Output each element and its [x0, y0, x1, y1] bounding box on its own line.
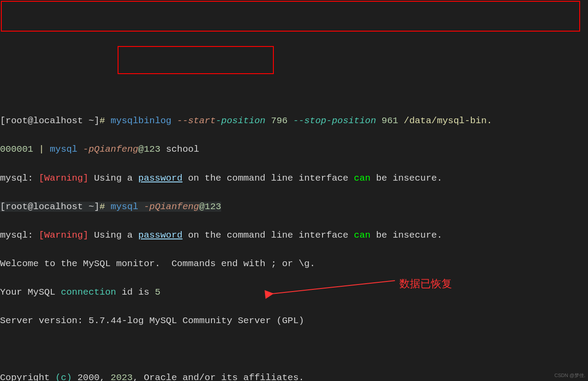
- db-name: school: [166, 144, 199, 154]
- prompt-hash: #: [100, 116, 105, 126]
- warn2-insecure: insecure.: [393, 230, 442, 240]
- connection-word: connection: [61, 287, 116, 297]
- annotation-text: 数据已恢复: [399, 275, 452, 292]
- warning-line-1: mysql: [Warning] Using a password on the…: [0, 171, 588, 186]
- server-version-line: Server version: 5.7.44-log MySQL Communi…: [0, 314, 588, 328]
- password-opt: -pQianfeng: [83, 144, 138, 154]
- w2a: Your MySQL: [0, 287, 61, 297]
- warn2-text-2: on the command line interface: [183, 230, 354, 240]
- can-word-2: can: [354, 230, 371, 240]
- warn-text-2: on the command line interface: [183, 173, 354, 183]
- command-line-2: [root@localhost ~]# mysql -pQianfeng@123: [0, 200, 588, 214]
- at-123: @123: [138, 144, 160, 154]
- mysql-cmd: mysql: [50, 144, 77, 154]
- start-opt: --start: [177, 116, 215, 126]
- warn-prefix: mysql:: [0, 173, 39, 183]
- mysql-cmd-2: mysql: [111, 202, 138, 212]
- password-word: password: [138, 173, 183, 183]
- pipe-symbol: |: [39, 144, 44, 154]
- warn-insecure: insecure.: [393, 173, 442, 183]
- warn2-text-1: Using a: [89, 230, 138, 240]
- warning-line-2: mysql: [Warning] Using a password on the…: [0, 228, 588, 243]
- warn2-prefix: mysql:: [0, 230, 39, 240]
- w2c: id is: [116, 287, 155, 297]
- mysqlbinlog-cmd: mysqlbinlog: [111, 116, 172, 126]
- password-word-2: password: [138, 230, 183, 240]
- warn2-be: be: [370, 230, 392, 240]
- cr-e: , Oracle and/or its affiliates.: [133, 373, 304, 381]
- prompt-user-host-2: [root@localhost ~]: [0, 202, 100, 212]
- binlog-path: /data/mysql-bin.: [404, 116, 492, 126]
- svg-line-1: [272, 281, 395, 294]
- at-123-2: @123: [199, 202, 221, 212]
- welcome-line-1: Welcome to the MySQL monitor. Commands e…: [0, 257, 588, 271]
- copyright-line: Copyright (c) 2000, 2023, Oracle and/or …: [0, 371, 588, 381]
- prompt-user-host: [root@localhost ~]: [0, 116, 100, 126]
- warning-tag-2: [Warning]: [39, 230, 88, 240]
- warn-text-1: Using a: [89, 173, 138, 183]
- terminal-content[interactable]: [root@localhost ~]# mysqlbinlog --start-…: [0, 100, 588, 381]
- highlight-box-1: [1, 1, 580, 32]
- warn-be: be: [370, 173, 392, 183]
- command-line-1b: 000001 | mysql -pQianfeng@123 school: [0, 142, 588, 157]
- connection-id: 5: [155, 287, 161, 297]
- watermark: CSDN @梦佳.: [555, 372, 585, 379]
- can-word: can: [354, 173, 371, 183]
- start-val: 796: [271, 116, 288, 126]
- position-opt: -position: [216, 116, 265, 126]
- warning-tag: [Warning]: [39, 173, 88, 183]
- prompt-hash-2: #: [100, 202, 105, 212]
- cr-a: Copyright: [0, 373, 55, 381]
- cr-d: 2023: [111, 373, 133, 381]
- stop-val: 961: [382, 116, 398, 126]
- command-line-1: [root@localhost ~]# mysqlbinlog --start-…: [0, 114, 588, 128]
- file-number: 000001: [0, 144, 33, 154]
- annotation-arrow-icon: [263, 276, 404, 303]
- password-opt-2: -pQianfeng: [144, 202, 199, 212]
- highlight-box-2: [118, 46, 274, 74]
- cr-b: (c): [55, 373, 72, 381]
- stop-opt: --stop-position: [293, 116, 376, 126]
- cr-c: 2000,: [72, 373, 111, 381]
